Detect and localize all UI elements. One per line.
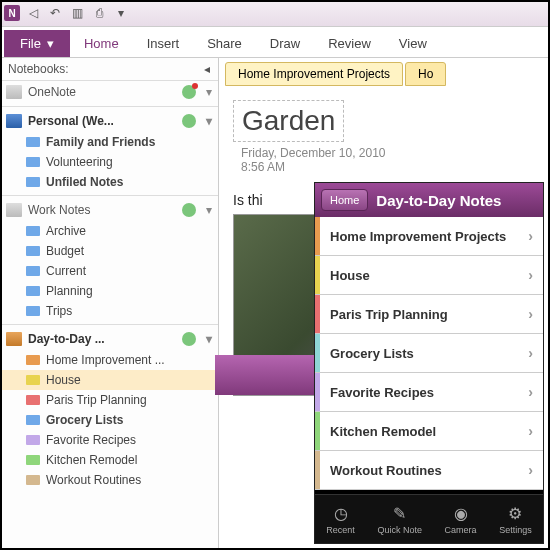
folder-icon bbox=[26, 306, 40, 316]
folder-icon bbox=[26, 415, 40, 425]
title-bar: N ◁ ↶ ▥ ⎙ ▾ bbox=[0, 0, 550, 27]
qat-print-icon[interactable]: ⎙ bbox=[90, 4, 108, 22]
page-time: 8:56 AM bbox=[241, 160, 536, 174]
settings-icon: ⚙ bbox=[505, 503, 525, 523]
section-item[interactable]: Archive bbox=[0, 221, 218, 241]
section-item[interactable]: Planning bbox=[0, 281, 218, 301]
folder-icon bbox=[26, 266, 40, 276]
folder-icon bbox=[26, 246, 40, 256]
section-item[interactable]: Trips bbox=[0, 301, 218, 321]
mobile-list-item[interactable]: House› bbox=[315, 256, 543, 295]
section-tab[interactable]: Ho bbox=[405, 62, 446, 86]
folder-icon bbox=[26, 475, 40, 485]
qat-dock-icon[interactable]: ▥ bbox=[68, 4, 86, 22]
chevron-right-icon: › bbox=[528, 267, 533, 283]
chevron-right-icon: › bbox=[528, 306, 533, 322]
page-date: Friday, December 10, 2010 bbox=[241, 146, 536, 160]
ribbon: File▾ Home Insert Share Draw Review View bbox=[0, 27, 550, 58]
mobile-list-item[interactable]: Favorite Recipes› bbox=[315, 373, 543, 412]
section-item[interactable]: House bbox=[0, 370, 218, 390]
notebook-icon bbox=[6, 85, 22, 99]
section-item[interactable]: Grocery Lists bbox=[0, 410, 218, 430]
camera-icon: ◉ bbox=[451, 503, 471, 523]
section-item[interactable]: Kitchen Remodel bbox=[0, 450, 218, 470]
quick note-icon: ✎ bbox=[390, 503, 410, 523]
chevron-right-icon: › bbox=[528, 462, 533, 478]
color-stripe bbox=[315, 334, 320, 372]
mobile-list-item[interactable]: Home Improvement Projects› bbox=[315, 217, 543, 256]
folder-icon bbox=[26, 395, 40, 405]
section-item[interactable]: Unfiled Notes bbox=[0, 172, 218, 192]
section-item[interactable]: Current bbox=[0, 261, 218, 281]
section-item[interactable]: Family and Friends bbox=[0, 132, 218, 152]
toolbar-settings[interactable]: ⚙Settings bbox=[499, 503, 532, 535]
recent-icon: ◷ bbox=[331, 503, 351, 523]
chevron-right-icon: › bbox=[528, 345, 533, 361]
toolbar-camera[interactable]: ◉Camera bbox=[445, 503, 477, 535]
chevron-down-icon[interactable]: ▾ bbox=[206, 203, 212, 217]
arrow-graphic bbox=[215, 355, 315, 395]
toolbar-recent[interactable]: ◷Recent bbox=[326, 503, 355, 535]
folder-icon bbox=[26, 137, 40, 147]
page-title[interactable]: Garden bbox=[233, 100, 344, 142]
color-stripe bbox=[315, 451, 320, 489]
color-stripe bbox=[315, 295, 320, 333]
chevron-down-icon[interactable]: ▾ bbox=[206, 114, 212, 128]
tab-draw[interactable]: Draw bbox=[256, 30, 314, 57]
notebook-icon bbox=[6, 332, 22, 346]
section-tab[interactable]: Home Improvement Projects bbox=[225, 62, 403, 86]
section-item[interactable]: Favorite Recipes bbox=[0, 430, 218, 450]
mobile-list-item[interactable]: Grocery Lists› bbox=[315, 334, 543, 373]
sync-status-icon[interactable] bbox=[182, 85, 196, 99]
folder-icon bbox=[26, 375, 40, 385]
section-item[interactable]: Workout Routines bbox=[0, 470, 218, 490]
folder-icon bbox=[26, 355, 40, 365]
folder-icon bbox=[26, 286, 40, 296]
sync-status-icon[interactable] bbox=[182, 114, 196, 128]
section-item[interactable]: Budget bbox=[0, 241, 218, 261]
toolbar-quick-note[interactable]: ✎Quick Note bbox=[377, 503, 422, 535]
notebook-daytoday[interactable]: Day-to-Day ... ▾ bbox=[0, 328, 218, 350]
mobile-list-item[interactable]: Workout Routines› bbox=[315, 451, 543, 490]
notebook-onenote[interactable]: OneNote ▾ bbox=[0, 81, 218, 103]
chevron-right-icon: › bbox=[528, 228, 533, 244]
folder-icon bbox=[26, 157, 40, 167]
chevron-down-icon: ▾ bbox=[47, 36, 54, 51]
folder-icon bbox=[26, 177, 40, 187]
color-stripe bbox=[315, 256, 320, 294]
mobile-list-item[interactable]: Paris Trip Planning› bbox=[315, 295, 543, 334]
mobile-navbar: Home Day-to-Day Notes bbox=[315, 183, 543, 217]
sync-status-icon[interactable] bbox=[182, 332, 196, 346]
notebook-personal[interactable]: Personal (We... ▾ bbox=[0, 110, 218, 132]
mobile-home-button[interactable]: Home bbox=[321, 189, 368, 211]
mobile-list-item[interactable]: Kitchen Remodel› bbox=[315, 412, 543, 451]
notebook-icon bbox=[6, 114, 22, 128]
file-tab[interactable]: File▾ bbox=[4, 30, 70, 57]
qat-back-icon[interactable]: ◁ bbox=[24, 4, 42, 22]
mobile-toolbar: ◷Recent✎Quick Note◉Camera⚙Settings bbox=[315, 494, 543, 543]
sync-status-icon[interactable] bbox=[182, 203, 196, 217]
tab-view[interactable]: View bbox=[385, 30, 441, 57]
section-item[interactable]: Paris Trip Planning bbox=[0, 390, 218, 410]
mobile-title: Day-to-Day Notes bbox=[376, 192, 501, 209]
collapse-icon[interactable]: ◂ bbox=[204, 62, 210, 76]
tab-review[interactable]: Review bbox=[314, 30, 385, 57]
tab-home[interactable]: Home bbox=[70, 30, 133, 57]
notebooks-sidebar: Notebooks: ◂ OneNote ▾ Personal (We... ▾… bbox=[0, 58, 219, 550]
chevron-down-icon[interactable]: ▾ bbox=[206, 85, 212, 99]
section-item[interactable]: Volunteering bbox=[0, 152, 218, 172]
chevron-down-icon[interactable]: ▾ bbox=[206, 332, 212, 346]
qat-more-icon[interactable]: ▾ bbox=[112, 4, 130, 22]
section-item[interactable]: Home Improvement ... bbox=[0, 350, 218, 370]
section-tabs: Home Improvement Projects Ho bbox=[219, 58, 550, 86]
mobile-device: Home Day-to-Day Notes Home Improvement P… bbox=[314, 182, 544, 544]
qat-undo-icon[interactable]: ↶ bbox=[46, 4, 64, 22]
tab-insert[interactable]: Insert bbox=[133, 30, 194, 57]
tab-share[interactable]: Share bbox=[193, 30, 256, 57]
color-stripe bbox=[315, 412, 320, 450]
mobile-section-list: Home Improvement Projects›House›Paris Tr… bbox=[315, 217, 543, 490]
notebook-work[interactable]: Work Notes ▾ bbox=[0, 199, 218, 221]
color-stripe bbox=[315, 217, 320, 255]
color-stripe bbox=[315, 373, 320, 411]
folder-icon bbox=[26, 455, 40, 465]
